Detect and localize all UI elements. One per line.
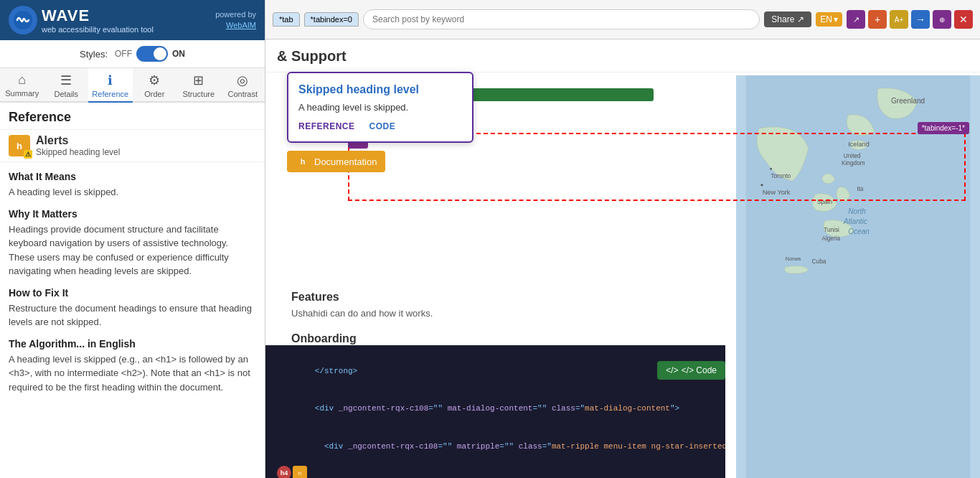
svg-text:●: ● xyxy=(770,166,773,171)
h-icon: h xyxy=(17,141,22,151)
code-line-4: <h4 _ngcontent-rqx-c108="" class="menu-i… xyxy=(277,466,714,478)
browser-tab-2[interactable]: *tabindex=0 xyxy=(304,12,359,27)
ext-icon-1[interactable]: ↗ xyxy=(847,10,865,29)
svg-text:Toronto: Toronto xyxy=(771,173,791,179)
tab-contrast[interactable]: ◎ Contrast xyxy=(221,68,265,103)
styles-on-label: ON xyxy=(172,49,185,59)
extension-icons: ↗ + A+ → ⊕ ✕ xyxy=(847,10,973,29)
webaim-link[interactable]: WebAIM xyxy=(226,21,256,29)
svg-text:United: United xyxy=(844,153,861,159)
tab-summary[interactable]: ⌂ Summary xyxy=(0,68,44,103)
tab-details[interactable]: ☰ Details xyxy=(44,68,89,103)
tab-order[interactable]: ⚙ Order xyxy=(133,68,177,103)
tabindex-neg1-text: *tabindex=-1* xyxy=(922,124,965,132)
lang-label: EN xyxy=(820,14,832,24)
tooltip-popup: Skipped heading level A heading level is… xyxy=(287,72,473,143)
styles-toggle[interactable] xyxy=(136,46,168,62)
close-x-icon[interactable]: ✕ xyxy=(954,10,973,29)
algorithm-heading: The Algorithm... in English xyxy=(9,338,256,350)
what-it-means-section: What It Means A heading level is skipped… xyxy=(9,171,256,200)
wave-logo: WAVE web accessibility evaluation tool xyxy=(9,6,154,34)
tooltip-reference-link[interactable]: REFERENCE xyxy=(298,121,355,131)
h4-warning-badge: h4 xyxy=(277,466,291,478)
page-header: & Support xyxy=(265,39,980,72)
how-to-fix-heading: How to Fix It xyxy=(9,287,256,299)
alerts-subtitle: Skipped heading level xyxy=(36,147,120,157)
tooltip-code-link[interactable]: CODE xyxy=(369,121,396,131)
tooltip-actions: REFERENCE CODE xyxy=(298,121,462,131)
language-selector[interactable]: EN ▾ xyxy=(816,12,842,27)
code-section: </strong> <div _ngcontent-rqx-c108="" ma… xyxy=(265,345,725,478)
code-line-4-container: h4 h <h4 _ngcontent-rqx-c108="" class="m… xyxy=(277,466,714,478)
algorithm-section: The Algorithm... in English A heading le… xyxy=(9,338,256,395)
alerts-info: Alerts Skipped heading level xyxy=(36,134,120,157)
structure-icon: ⊞ xyxy=(193,72,204,88)
tab-summary-label: Summary xyxy=(5,89,39,98)
tab-reference-label: Reference xyxy=(92,90,128,98)
code-line-1: </strong> xyxy=(277,352,714,390)
documentation-label: Documentation xyxy=(314,156,377,167)
search-input[interactable] xyxy=(363,9,760,29)
code-line-2: <div _ngcontent-rqx-c108="" mat-dialog-c… xyxy=(277,390,714,428)
map-area: Greenland Iceland United Kingdom New Yor… xyxy=(736,75,980,478)
wave-small-badge: h xyxy=(293,466,307,478)
browser-top-bar: *tab *tabindex=0 Share ↗ EN ▾ ↗ + A+ → ⊕… xyxy=(265,0,980,39)
code-icon: </> xyxy=(666,365,678,375)
alerts-icon: h ⚠ xyxy=(9,135,30,156)
code-button[interactable]: </> </> Code xyxy=(657,361,725,380)
ext-icon-3[interactable]: A+ xyxy=(890,10,908,29)
powered-by: powered by WebAIM xyxy=(215,9,256,32)
map-svg: Greenland Iceland United Kingdom New Yor… xyxy=(736,75,980,478)
algorithm-body: A heading level is skipped (e.g., an <h1… xyxy=(9,352,256,395)
ext-icon-5[interactable]: ⊕ xyxy=(933,10,951,29)
toggle-thumb xyxy=(154,47,166,60)
code-button-label: </> Code xyxy=(682,365,717,375)
ext-icon-4[interactable]: → xyxy=(911,10,930,29)
styles-bar: Styles: OFF ON xyxy=(0,40,265,68)
wave-icon xyxy=(9,6,37,34)
features-text: Ushahidi can do and how it works. xyxy=(291,308,710,319)
alerts-section: h ⚠ Alerts Skipped heading level xyxy=(0,130,265,162)
how-to-fix-body: Restructure the document headings to ens… xyxy=(9,301,256,329)
svg-text:●: ● xyxy=(760,182,763,188)
browser-tab-1[interactable]: *tab xyxy=(273,12,300,27)
why-it-matters-body: Headings provide document structure and … xyxy=(9,222,256,278)
what-it-means-heading: What It Means xyxy=(9,171,256,182)
tab-details-label: Details xyxy=(54,90,78,98)
summary-icon: ⌂ xyxy=(18,72,26,88)
reference-icon: ℹ xyxy=(108,72,113,88)
svg-text:New York: New York xyxy=(763,189,791,196)
share-icon: ↗ xyxy=(797,14,804,24)
tab-structure-label: Structure xyxy=(182,90,215,98)
tab-structure[interactable]: ⊞ Structure xyxy=(176,68,221,103)
wave-header: WAVE web accessibility evaluation tool p… xyxy=(0,0,265,40)
share-button[interactable]: Share ↗ xyxy=(764,11,811,27)
left-panel: WAVE web accessibility evaluation tool p… xyxy=(0,0,265,478)
tab-contrast-label: Contrast xyxy=(227,90,258,98)
svg-text:Kingdom: Kingdom xyxy=(842,160,865,167)
styles-label: Styles: xyxy=(80,49,108,60)
nav-tabs: ⌂ Summary ☰ Details ℹ Reference ⚙ Order … xyxy=(0,68,265,103)
toggle-container[interactable]: OFF ON xyxy=(115,46,185,62)
svg-text:Atlantic: Atlantic xyxy=(843,217,867,225)
how-to-fix-section: How to Fix It Restructure the document h… xyxy=(9,287,256,329)
main-content: & Support 'ose' *tabindex=-1* → h Docume… xyxy=(265,39,980,478)
svg-text:Norwa: Norwa xyxy=(786,256,801,262)
features-section: Features Ushahidi can do and how it work… xyxy=(280,283,722,326)
code-line-3: <div _ngcontent-rqx-c108="" matripple=""… xyxy=(277,428,714,467)
ext-icon-2[interactable]: + xyxy=(868,10,887,29)
what-it-means-body: A heading level is skipped. xyxy=(9,185,256,200)
styles-off-label: OFF xyxy=(115,49,132,59)
tab-order-label: Order xyxy=(144,90,164,98)
documentation-button[interactable]: h Documentation xyxy=(287,151,385,172)
svg-text:North: North xyxy=(848,207,866,215)
wave-title-text: WAVE xyxy=(42,6,154,25)
wave-subtitle-text: web accessibility evaluation tool xyxy=(42,25,154,34)
svg-text:Greenland: Greenland xyxy=(891,97,925,105)
why-it-matters-heading: Why It Matters xyxy=(9,208,256,220)
contrast-icon: ◎ xyxy=(237,72,248,88)
svg-text:Spain: Spain xyxy=(817,199,833,205)
tab-reference[interactable]: ℹ Reference xyxy=(88,68,133,103)
doc-icon: h xyxy=(296,154,310,169)
svg-text:Cuba: Cuba xyxy=(812,258,826,265)
